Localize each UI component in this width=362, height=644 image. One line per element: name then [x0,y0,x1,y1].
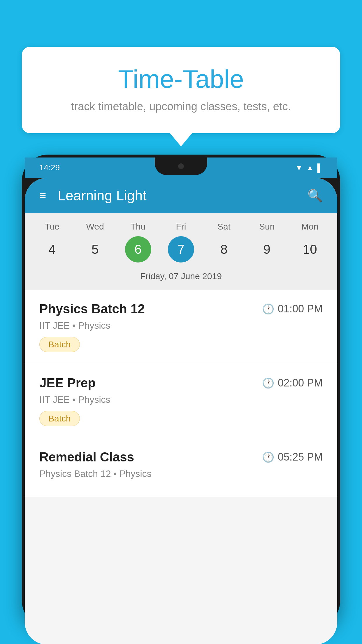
schedule-item-1-header: Physics Batch 12 🕐 01:00 PM [39,302,323,316]
schedule-item-2-subtitle: IIT JEE • Physics [39,394,323,405]
day-5[interactable]: 5 [76,236,114,262]
clock-icon-3: 🕐 [262,451,274,463]
schedule-item-1-time-container: 🕐 01:00 PM [262,303,323,315]
day-wrap-4[interactable]: 4 [33,236,71,262]
schedule-item-2-time: 02:00 PM [278,377,323,389]
phone-container: 14:29 ▼ ▲ ▌ ≡ Learning Light 🔍 [22,155,340,644]
clock-icon-1: 🕐 [262,303,274,315]
search-icon[interactable]: 🔍 [307,188,323,203]
day-wrap-5[interactable]: 5 [76,236,114,262]
status-bar: 14:29 ▼ ▲ ▌ [25,158,337,178]
bubble-subtitle: track timetable, upcoming classes, tests… [45,100,317,113]
day-header-fri: Fri [162,222,200,232]
schedule-item-3-title: Remedial Class [39,450,134,464]
schedule-list: Physics Batch 12 🕐 01:00 PM IIT JEE • Ph… [25,290,337,497]
signal-icon: ▲ [306,163,314,172]
day-header-sun: Sun [248,222,286,232]
schedule-item-3-time-container: 🕐 05:25 PM [262,451,323,463]
calendar-strip: Tue Wed Thu Fri Sat Sun Mon 4 5 [25,213,337,290]
day-headers: Tue Wed Thu Fri Sat Sun Mon [31,222,331,232]
day-header-tue: Tue [33,222,71,232]
app-bar-left: ≡ Learning Light [39,188,147,204]
wifi-icon: ▼ [295,163,303,172]
day-6-today[interactable]: 6 [125,236,151,262]
schedule-item-2[interactable]: JEE Prep 🕐 02:00 PM IIT JEE • Physics Ba… [25,364,337,438]
phone-screen: ≡ Learning Light 🔍 Tue Wed Thu Fri Sat S… [25,178,337,644]
day-wrap-6[interactable]: 6 [119,236,157,262]
schedule-item-3-subtitle: Physics Batch 12 • Physics [39,468,323,479]
day-wrap-8[interactable]: 8 [205,236,243,262]
schedule-item-2-header: JEE Prep 🕐 02:00 PM [39,376,323,390]
day-8[interactable]: 8 [205,236,243,262]
schedule-item-2-batch-tag: Batch [39,411,80,426]
schedule-item-1-title: Physics Batch 12 [39,302,145,316]
phone-notch [155,158,207,175]
day-10[interactable]: 10 [291,236,329,262]
camera-dot [178,163,184,169]
speech-bubble: Time-Table track timetable, upcoming cla… [22,47,340,133]
clock-icon-2: 🕐 [262,377,274,389]
schedule-item-2-title: JEE Prep [39,376,96,390]
day-wrap-10[interactable]: 10 [291,236,329,262]
selected-date-label: Friday, 07 June 2019 [31,268,331,287]
day-wrap-7[interactable]: 7 [162,236,200,262]
day-header-wed: Wed [76,222,114,232]
schedule-item-1-time: 01:00 PM [278,303,323,315]
day-header-mon: Mon [291,222,329,232]
phone-frame: 14:29 ▼ ▲ ▌ ≡ Learning Light 🔍 [22,155,340,627]
hamburger-menu-icon[interactable]: ≡ [39,189,46,202]
schedule-item-2-time-container: 🕐 02:00 PM [262,377,323,389]
schedule-item-1-batch-tag: Batch [39,337,80,352]
app-bar-title: Learning Light [58,188,146,204]
day-numbers: 4 5 6 7 8 9 [31,236,331,262]
day-4[interactable]: 4 [33,236,71,262]
schedule-item-1-subtitle: IIT JEE • Physics [39,320,323,331]
status-time: 14:29 [39,163,60,172]
schedule-item-3-time: 05:25 PM [278,451,323,463]
day-header-thu: Thu [119,222,157,232]
day-header-sat: Sat [205,222,243,232]
day-9[interactable]: 9 [248,236,286,262]
app-bar: ≡ Learning Light 🔍 [25,178,337,213]
battery-icon: ▌ [317,163,323,172]
schedule-item-3[interactable]: Remedial Class 🕐 05:25 PM Physics Batch … [25,438,337,497]
speech-bubble-container: Time-Table track timetable, upcoming cla… [22,47,340,133]
day-7-selected[interactable]: 7 [168,236,194,262]
schedule-item-3-header: Remedial Class 🕐 05:25 PM [39,450,323,464]
bubble-title: Time-Table [45,64,317,94]
schedule-item-1[interactable]: Physics Batch 12 🕐 01:00 PM IIT JEE • Ph… [25,290,337,364]
status-icons: ▼ ▲ ▌ [295,163,323,172]
day-wrap-9[interactable]: 9 [248,236,286,262]
